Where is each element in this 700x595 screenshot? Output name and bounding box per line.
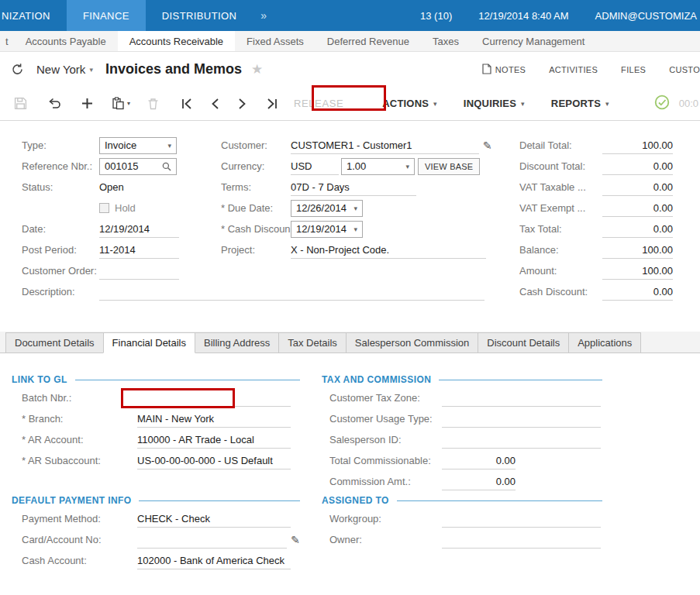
module-item-taxes[interactable]: Taxes bbox=[421, 31, 471, 51]
customer-order-field[interactable] bbox=[99, 263, 179, 280]
hold-checkbox[interactable] bbox=[99, 203, 109, 213]
edit-pencil-icon[interactable]: ✎ bbox=[291, 534, 300, 546]
topnav-tab-organization[interactable]: NIZATION bbox=[0, 0, 67, 31]
status-value: Open bbox=[99, 181, 124, 193]
delete-icon[interactable] bbox=[147, 98, 159, 110]
customer-usage-type-field[interactable] bbox=[442, 411, 601, 428]
total-row: Detail Total: 100.00 bbox=[519, 135, 673, 156]
salesperson-id-row: Salesperson ID: bbox=[322, 429, 602, 450]
customer-tax-zone-field[interactable] bbox=[442, 390, 601, 407]
type-select[interactable]: Invoice ▾ bbox=[99, 137, 177, 154]
tab-tax-details[interactable]: Tax Details bbox=[278, 332, 347, 353]
customer-usage-type-row: Customer Usage Type: bbox=[322, 408, 602, 429]
customer-tax-zone-row: Customer Tax Zone: bbox=[322, 387, 602, 408]
user-menu[interactable]: ADMIN@CUSTOMIZA bbox=[595, 10, 697, 22]
copy-paste-icon[interactable]: ▾ bbox=[112, 97, 130, 110]
ar-account-field[interactable]: 110000 - AR Trade - Local bbox=[137, 432, 291, 449]
reference-nbr-input[interactable]: 001015 bbox=[99, 158, 177, 175]
description-row: Description: bbox=[22, 281, 484, 302]
field-label: Post Period: bbox=[22, 244, 99, 256]
due-date-picker[interactable]: 12/26/2014 ▾ bbox=[291, 200, 363, 217]
module-item-accounts-payable[interactable]: Accounts Payable bbox=[14, 31, 118, 51]
owner-field[interactable] bbox=[442, 531, 601, 549]
tab-document-details[interactable]: Document Details bbox=[5, 332, 104, 353]
date-field[interactable]: 12/19/2014 bbox=[99, 221, 179, 238]
field-label: Customer Usage Type: bbox=[329, 413, 442, 425]
payment-method-field[interactable]: CHECK - Check bbox=[137, 511, 291, 528]
edit-pencil-icon[interactable]: ✎ bbox=[483, 139, 492, 152]
release-button[interactable]: RELEASE bbox=[294, 98, 343, 109]
terms-field[interactable]: 07D - 7 Days bbox=[291, 179, 416, 196]
module-item-accounts-receivable[interactable]: Accounts Receivable bbox=[118, 31, 235, 51]
post-period-field[interactable]: 11-2014 bbox=[99, 242, 179, 259]
actions-menu[interactable]: ACTIONS▾ bbox=[382, 98, 437, 109]
topnav-overflow-chevron-icon[interactable]: » bbox=[253, 0, 274, 31]
tab-financial-details[interactable]: Financial Details bbox=[103, 332, 195, 353]
field-label: Card/Account No: bbox=[22, 534, 137, 545]
notes-button[interactable]: NOTES bbox=[482, 64, 526, 76]
tab-salesperson-commission[interactable]: Salesperson Commission bbox=[346, 332, 478, 353]
tab-applications[interactable]: Applications bbox=[568, 332, 641, 353]
save-icon[interactable] bbox=[14, 97, 27, 110]
project-field[interactable]: X - Non-Project Code. bbox=[291, 242, 486, 259]
customization-button[interactable]: CUSTO bbox=[669, 65, 700, 74]
inquiries-menu[interactable]: INQUIRIES▾ bbox=[464, 98, 525, 109]
topnav-tab-finance[interactable]: FINANCE bbox=[67, 0, 146, 31]
cash-account-field[interactable]: 102000 - Bank of America Check bbox=[137, 552, 291, 569]
magnifier-icon[interactable] bbox=[162, 162, 171, 171]
tab-discount-details[interactable]: Discount Details bbox=[478, 332, 569, 353]
module-item-fixed-assets[interactable]: Fixed Assets bbox=[235, 31, 316, 51]
currency-code-field[interactable]: USD bbox=[291, 158, 339, 175]
files-button[interactable]: FILES bbox=[621, 65, 646, 74]
cash-discount-date-picker[interactable]: 12/19/2014 ▾ bbox=[291, 221, 363, 238]
ar-subaccount-field[interactable]: US-00-00-00-000 - US Default bbox=[137, 452, 291, 469]
go-next-icon[interactable] bbox=[238, 98, 247, 109]
vat-exempt-value: 0.00 bbox=[602, 200, 673, 217]
document-summary: Type: Invoice ▾ Reference Nbr.: 001015 S… bbox=[0, 121, 700, 332]
chevron-down-icon: ▾ bbox=[605, 100, 609, 108]
view-base-button[interactable]: VIEW BASE bbox=[418, 158, 480, 175]
section-header-assigned-to: ASSIGNED TO bbox=[322, 493, 602, 508]
chevron-down-icon: ▾ bbox=[433, 100, 437, 108]
module-item-deferred-revenue[interactable]: Deferred Revenue bbox=[316, 31, 421, 51]
batch-nbr-field[interactable] bbox=[137, 390, 291, 407]
note-icon bbox=[482, 64, 491, 76]
field-label: Detail Total: bbox=[519, 139, 602, 151]
currency-rate-select[interactable]: 1.00 ▾ bbox=[341, 158, 415, 175]
page-title: Invoices and Memos bbox=[105, 61, 242, 77]
summary-totals-column: Detail Total: 100.00 Discount Total: 0.0… bbox=[519, 135, 673, 302]
add-new-icon[interactable] bbox=[81, 98, 93, 109]
branch-name: New York bbox=[36, 63, 85, 76]
field-label: Batch Nbr.: bbox=[22, 392, 137, 404]
activities-button[interactable]: ACTIVITIES bbox=[549, 65, 598, 74]
favorite-star-icon[interactable]: ★ bbox=[251, 61, 263, 77]
workgroup-field[interactable] bbox=[442, 511, 601, 528]
module-item-currency-management[interactable]: Currency Management bbox=[471, 31, 596, 51]
undo-icon[interactable] bbox=[47, 98, 61, 110]
branch-field[interactable]: MAIN - New York bbox=[137, 411, 291, 428]
salesperson-id-field[interactable] bbox=[442, 432, 601, 449]
go-first-icon[interactable] bbox=[181, 98, 193, 109]
reports-menu[interactable]: REPORTS▾ bbox=[551, 98, 609, 109]
business-date[interactable]: 12/19/2014 8:40 AM bbox=[478, 10, 568, 22]
notification-counter[interactable]: 13 (10) bbox=[420, 10, 452, 22]
field-label: Customer Tax Zone: bbox=[329, 392, 442, 404]
go-previous-icon[interactable] bbox=[210, 98, 219, 109]
card-account-no-field[interactable] bbox=[137, 531, 287, 549]
cash-account-row: Cash Account: 102000 - Bank of America C… bbox=[12, 550, 300, 571]
topnav-tab-distribution[interactable]: DISTRIBUTION bbox=[146, 0, 253, 31]
refresh-icon[interactable] bbox=[11, 63, 24, 76]
field-label: Type: bbox=[22, 139, 99, 151]
toolbar-right-group: 00:0 bbox=[654, 95, 700, 112]
tab-billing-address[interactable]: Billing Address bbox=[195, 332, 279, 353]
customer-field[interactable]: CUSTOMER1 - Customer1 bbox=[291, 137, 479, 154]
go-last-icon[interactable] bbox=[266, 98, 278, 109]
total-row: Discount Total: 0.00 bbox=[519, 156, 673, 177]
module-item-truncated[interactable]: t bbox=[0, 31, 14, 51]
description-field[interactable] bbox=[99, 284, 484, 301]
session-timer: 00:0 bbox=[679, 98, 698, 109]
field-value: 001015 bbox=[105, 160, 138, 172]
field-label: Cash Account: bbox=[22, 555, 137, 566]
field-label: Reference Nbr.: bbox=[22, 160, 99, 172]
branch-selector[interactable]: New York ▾ bbox=[36, 63, 93, 76]
